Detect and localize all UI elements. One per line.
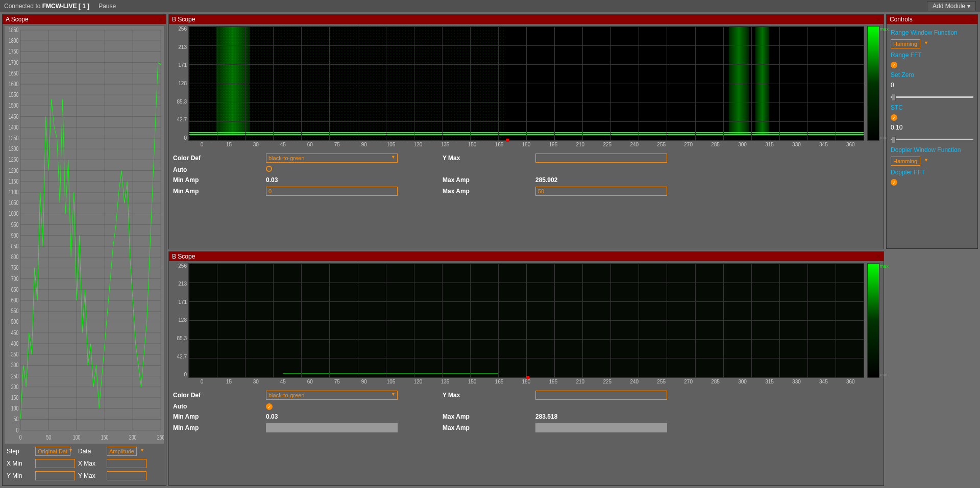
pause-button[interactable]: Pause: [99, 3, 116, 10]
doppler-fft-check[interactable]: ✓: [891, 179, 897, 186]
svg-text:750: 750: [11, 265, 19, 271]
minamp-value: 0.03: [266, 176, 435, 184]
colordef-label: Color Def: [173, 392, 259, 399]
svg-text:0: 0: [19, 434, 22, 441]
bscope1-plot: [188, 26, 864, 141]
xmin-label: X Min: [7, 460, 32, 467]
svg-text:900: 900: [11, 233, 19, 239]
grad-max-label: max: [880, 264, 889, 269]
close-icon[interactable]: ✕: [159, 17, 163, 22]
svg-text:1750: 1750: [9, 48, 19, 55]
svg-text:1400: 1400: [9, 124, 19, 131]
svg-text:1050: 1050: [9, 200, 19, 207]
svg-text:250: 250: [11, 373, 19, 379]
minamp-input-label: Min Amp: [173, 424, 259, 431]
minamp-input[interactable]: [266, 187, 398, 196]
svg-text:1200: 1200: [9, 167, 19, 174]
bscope1-xticks: 0153045607590105120135150165180195210225…: [173, 142, 879, 147]
bscope1-header: B Scope ✕: [169, 15, 884, 24]
xmax-input[interactable]: [107, 459, 146, 468]
ymax-input[interactable]: [535, 391, 667, 400]
ymax-label: Y Max: [443, 155, 528, 162]
close-icon[interactable]: ✕: [876, 17, 880, 22]
svg-text:400: 400: [11, 341, 19, 347]
bscope2-plot: [188, 263, 864, 378]
minamp-label: Min Amp: [173, 176, 259, 184]
colordef-select[interactable]: black-to-green: [266, 153, 398, 163]
svg-text:500: 500: [11, 319, 19, 325]
grad-max-label: max: [880, 27, 889, 32]
minamp-value: 0.03: [266, 413, 435, 420]
stc-check[interactable]: ✓: [891, 114, 897, 121]
maxamp-value: 285.902: [535, 176, 705, 184]
controls-title: Controls: [890, 16, 913, 23]
ymax-input[interactable]: [107, 471, 146, 480]
maxamp-input-label: Max Amp: [443, 188, 528, 195]
topbar: Connected to FMCW-LIVE [ 1 ] Pause Add M…: [0, 0, 980, 12]
step-label: Step: [7, 448, 32, 455]
add-module-button[interactable]: Add Module ▾: [927, 1, 976, 11]
bscope1-title: B Scope: [172, 16, 195, 23]
stc-slider[interactable]: [891, 135, 973, 143]
minamp-label: Min Amp: [173, 413, 259, 420]
xmin-input[interactable]: [35, 459, 75, 468]
ascope-chart[interactable]: 0501001502002503003504004505005506006507…: [5, 26, 164, 444]
svg-text:1600: 1600: [9, 81, 19, 88]
connection-prefix: Connected to: [4, 3, 42, 10]
svg-text:800: 800: [11, 254, 19, 261]
svg-text:50: 50: [14, 416, 19, 423]
maxamp-label: Max Amp: [443, 176, 528, 184]
setzero-label: Set Zero: [891, 71, 973, 79]
svg-text:1350: 1350: [9, 135, 19, 142]
ascope-header: A Scope ✕: [3, 15, 166, 24]
setzero-value: 0: [891, 82, 973, 89]
ymax-label: Y Max: [78, 472, 104, 479]
bscope1-yticks: 25621317112885.342.70: [173, 26, 188, 141]
ymin-input[interactable]: [35, 471, 75, 480]
svg-text:950: 950: [11, 221, 19, 228]
setzero-slider[interactable]: [891, 93, 973, 101]
caret-down-icon: ▾: [967, 3, 970, 10]
maxamp-input[interactable]: [535, 187, 667, 196]
svg-text:1150: 1150: [9, 178, 19, 185]
bscope1-chart[interactable]: 25621317112885.342.70 max min: [173, 26, 879, 141]
step-select[interactable]: Original Dat: [35, 447, 70, 456]
range-fft-label: Range FFT: [891, 52, 973, 59]
ymax-input[interactable]: [535, 153, 667, 163]
svg-text:1450: 1450: [9, 113, 19, 120]
connection-status: Connected to FMCW-LIVE [ 1 ]: [4, 3, 89, 10]
ascope-panel: A Scope ✕ 050100150200250300350400450500…: [2, 14, 166, 486]
doppler-window-select[interactable]: Hamming: [891, 157, 920, 166]
svg-text:450: 450: [11, 329, 19, 336]
svg-text:1100: 1100: [9, 189, 19, 196]
svg-text:100: 100: [11, 405, 19, 412]
svg-text:600: 600: [11, 297, 19, 304]
range-fft-check[interactable]: ✓: [891, 62, 897, 68]
close-icon[interactable]: ✕: [876, 253, 880, 259]
svg-text:200: 200: [129, 434, 137, 441]
data-select[interactable]: Amplitude: [107, 447, 137, 456]
bscope2-chart[interactable]: 25621317112885.342.70 max min: [173, 263, 879, 378]
close-icon[interactable]: ✕: [970, 17, 974, 22]
svg-text:1000: 1000: [9, 211, 19, 217]
add-module-label: Add Module: [933, 3, 965, 10]
maxamp-label: Max Amp: [443, 413, 528, 420]
grad-min-label: min: [880, 372, 888, 377]
bscope2-yticks: 25621317112885.342.70: [173, 263, 188, 378]
auto-check-icon[interactable]: ✓: [266, 403, 273, 410]
bscope1-panel: B Scope ✕ 25621317112885.342.70: [168, 14, 884, 249]
controls-header: Controls ✕: [887, 15, 977, 24]
svg-text:150: 150: [11, 395, 19, 401]
maxamp-input: [535, 423, 667, 432]
bscope2-xticks: 0153045607590105120135150165180195210225…: [173, 379, 879, 384]
svg-text:550: 550: [11, 308, 19, 315]
colordef-select[interactable]: black-to-green: [266, 391, 398, 400]
bscope2-header: B Scope ✕: [169, 252, 884, 261]
colordef-label: Color Def: [173, 155, 259, 162]
color-gradient: max min: [867, 26, 879, 141]
range-window-select[interactable]: Hamming: [891, 39, 920, 48]
svg-text:1500: 1500: [9, 102, 19, 109]
svg-text:1700: 1700: [9, 59, 19, 66]
auto-label: Auto: [173, 166, 259, 173]
auto-radio[interactable]: [266, 166, 272, 172]
